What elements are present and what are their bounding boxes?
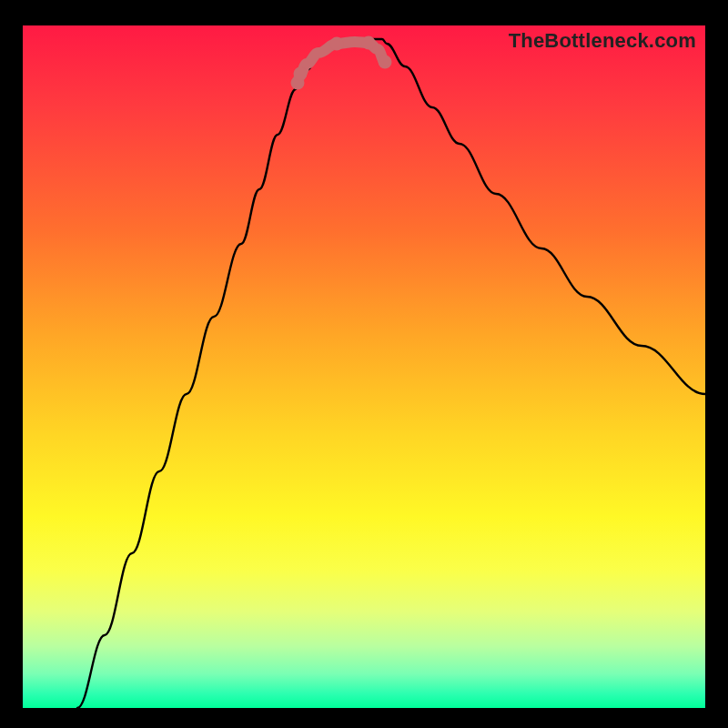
plot-frame: TheBottleneck.com bbox=[23, 25, 705, 708]
watermark-text: TheBottleneck.com bbox=[509, 29, 696, 53]
highlight-dot bbox=[362, 36, 376, 50]
bottleneck-curve bbox=[77, 39, 705, 708]
curve-svg bbox=[23, 25, 705, 708]
highlight-dot bbox=[379, 56, 392, 69]
highlight-dot bbox=[330, 37, 344, 51]
highlight-dot bbox=[294, 67, 308, 81]
